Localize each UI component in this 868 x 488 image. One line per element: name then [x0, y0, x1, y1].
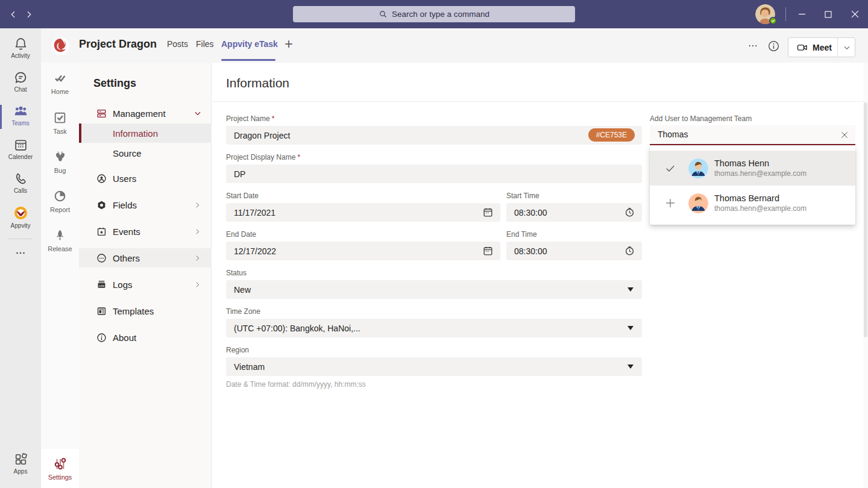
search-placeholder: Search or type a command	[392, 10, 489, 19]
nav-item-events[interactable]: Events	[79, 222, 212, 241]
module-item-release[interactable]: Release	[41, 228, 79, 252]
bug-icon	[52, 149, 68, 164]
clock-icon[interactable]	[623, 245, 635, 257]
start-date-label: Start Date	[226, 192, 259, 200]
management-icon	[95, 107, 107, 119]
search-input[interactable]: Search or type a command	[293, 6, 575, 22]
rail-divider	[8, 239, 33, 239]
report-icon	[52, 189, 68, 204]
svg-text:LOG: LOG	[98, 284, 104, 287]
nav-item-about[interactable]: About	[79, 328, 212, 347]
dropdown-arrow-icon	[627, 287, 634, 292]
project-display-name-input[interactable]: DP	[226, 164, 642, 183]
user-name: Thomas Henn	[714, 158, 807, 168]
more-options-icon[interactable]	[745, 38, 761, 54]
module-item-settings[interactable]: Settings	[41, 449, 79, 488]
user-email: thomas.henn@example.com	[714, 204, 807, 213]
sidebar-item-teams[interactable]: Teams	[0, 104, 41, 135]
status-select[interactable]: New	[226, 280, 642, 299]
add-user-search	[650, 125, 855, 145]
settings-sliders-icon	[52, 456, 68, 472]
end-date-input[interactable]: 12/17/2022	[226, 242, 500, 260]
meet-dropdown-icon[interactable]	[843, 43, 851, 54]
end-date-label: End Date	[226, 230, 256, 239]
tab-appvity-etask[interactable]: Appvity eTask	[221, 39, 278, 49]
meet-label: Meet	[813, 43, 832, 52]
clear-search-icon[interactable]	[838, 129, 851, 141]
end-time-input[interactable]: 08:30:00	[506, 242, 642, 260]
back-icon[interactable]	[6, 7, 20, 22]
scrollbar[interactable]	[863, 63, 868, 488]
camera-icon	[796, 42, 808, 54]
forward-icon[interactable]	[22, 7, 36, 22]
maximize-button[interactable]	[815, 0, 841, 28]
project-display-name-label: Project Display Name*	[226, 153, 300, 161]
nav-item-users[interactable]: Users	[79, 169, 212, 188]
active-rail-indicator	[0, 105, 2, 129]
clock-icon[interactable]	[623, 207, 635, 219]
project-color-badge[interactable]: #CE753E	[588, 128, 635, 142]
add-user-plus-icon[interactable]	[664, 196, 677, 210]
user-result-row[interactable]: Thomas Henn thomas.henn@example.com	[650, 151, 855, 186]
calendar-picker-icon[interactable]	[482, 245, 494, 257]
sidebar-item-chat[interactable]: Chat	[0, 70, 41, 101]
appvity-icon	[13, 205, 29, 221]
scrollbar-thumb[interactable]	[864, 102, 867, 337]
module-item-bug[interactable]: Bug	[41, 149, 79, 174]
avatar	[688, 158, 708, 178]
settings-nav-panel: Settings Management Information Source U…	[79, 63, 212, 488]
active-tab-underline	[221, 59, 275, 61]
apps-icon	[13, 452, 28, 467]
end-time-label: End Time	[506, 230, 537, 239]
add-tab-button[interactable]: +	[285, 36, 293, 52]
nav-item-fields[interactable]: Fields	[79, 195, 212, 214]
calendar-picker-icon[interactable]	[482, 207, 494, 219]
teams-window: Search or type a command Project Dragon …	[0, 0, 868, 488]
project-name-label: Project Name*	[226, 114, 274, 123]
calendar-icon	[13, 137, 28, 152]
time-zone-label: Time Zone	[226, 307, 260, 316]
phone-icon	[13, 171, 28, 186]
close-button[interactable]	[841, 0, 868, 28]
info-icon[interactable]	[766, 38, 781, 54]
chevron-right-icon	[193, 280, 202, 289]
sidebar-item-apps[interactable]: Apps	[0, 452, 41, 483]
dropdown-arrow-icon	[627, 364, 634, 369]
tab-files[interactable]: Files	[196, 39, 214, 49]
sidebar-item-calendar[interactable]: Calender	[0, 137, 41, 169]
meet-button[interactable]: Meet	[788, 37, 855, 57]
user-result-row[interactable]: Thomas Bernard thomas.henn@example.com	[650, 186, 855, 221]
nav-item-management[interactable]: Management	[79, 104, 212, 123]
start-time-input[interactable]: 08:30:00	[506, 203, 642, 222]
page-title: Information	[226, 76, 289, 90]
tab-posts[interactable]: Posts	[167, 39, 188, 49]
sidebar-item-calls[interactable]: Calls	[0, 171, 41, 202]
module-item-home[interactable]: Home	[41, 71, 79, 95]
nav-item-others[interactable]: Others	[79, 248, 212, 267]
module-item-report[interactable]: Report	[41, 189, 79, 213]
nav-item-templates[interactable]: Templates	[79, 301, 212, 321]
sidebar-item-appvity[interactable]: Appvity	[0, 205, 41, 236]
user-results-dropdown: Thomas Henn thomas.henn@example.com Thom…	[650, 146, 855, 225]
users-icon	[95, 172, 107, 184]
minimize-button[interactable]	[788, 0, 815, 28]
chevron-down-icon	[193, 109, 202, 117]
region-select[interactable]: Vietnam	[226, 357, 642, 376]
avatar	[688, 193, 708, 213]
module-item-task[interactable]: Task	[41, 110, 79, 135]
search-icon	[379, 10, 388, 19]
channel-header: Project Dragon Posts Files Appvity eTask…	[41, 28, 868, 63]
time-zone-select[interactable]: (UTC +07:00): Bangkok, HaNoi,...	[226, 319, 642, 337]
more-apps-icon[interactable]	[0, 246, 41, 261]
title-divider	[212, 101, 868, 102]
add-user-label: Add User to Management Team	[650, 114, 752, 123]
start-date-input[interactable]: 11/17/2021	[226, 203, 500, 222]
add-user-search-input[interactable]	[650, 125, 831, 143]
project-name-input[interactable]: Dragon Project #CE753E	[226, 126, 642, 145]
nav-item-logs[interactable]: LOG Logs	[79, 275, 212, 294]
meet-button-divider	[837, 38, 838, 57]
status-available-icon	[769, 17, 777, 25]
sidebar-item-activity[interactable]: Activity	[0, 36, 41, 67]
nav-item-information[interactable]: Information	[79, 124, 212, 143]
nav-item-source[interactable]: Source	[79, 143, 212, 163]
